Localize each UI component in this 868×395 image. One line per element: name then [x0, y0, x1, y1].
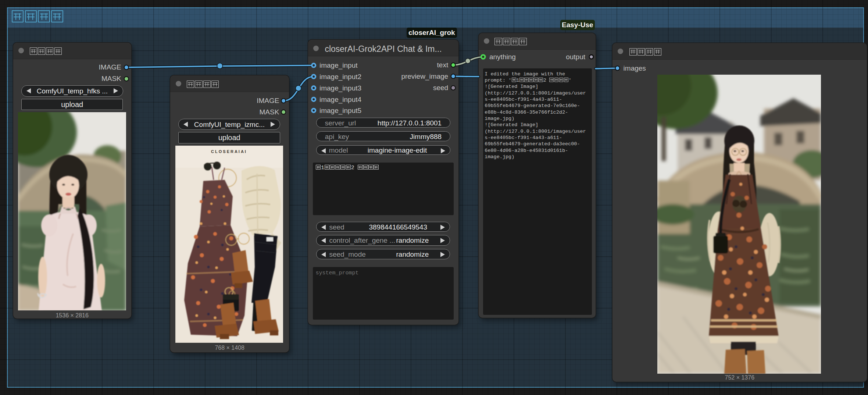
svg-text:CLOSERAIAI: CLOSERAIAI [211, 149, 247, 154]
